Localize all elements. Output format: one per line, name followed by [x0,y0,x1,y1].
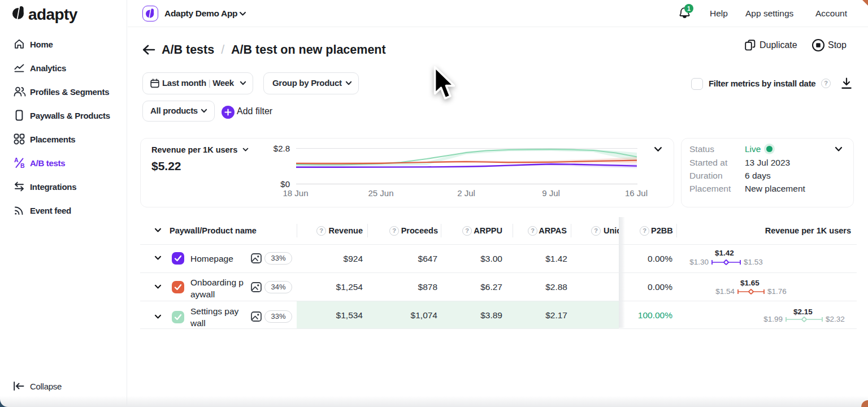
svg-text:B: B [20,162,25,169]
svg-text:A: A [14,157,19,163]
